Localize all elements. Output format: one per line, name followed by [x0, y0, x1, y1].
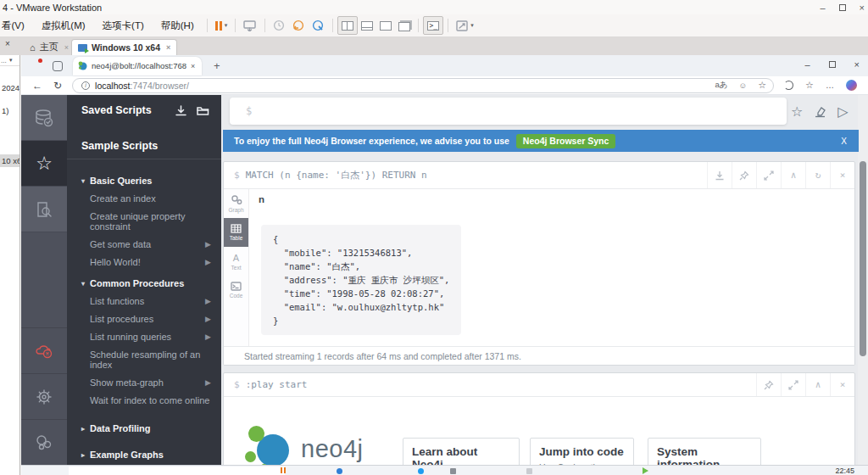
- library-item-selected[interactable]: 10 x64: [0, 154, 19, 167]
- clear-editor-icon[interactable]: [814, 105, 826, 118]
- export-scripts-icon[interactable]: [175, 105, 186, 116]
- back-button[interactable]: ←: [32, 80, 42, 92]
- run-query-icon[interactable]: ▷: [837, 103, 848, 120]
- site-info-icon[interactable]: i: [81, 81, 90, 90]
- more-options-icon[interactable]: …: [826, 81, 834, 90]
- run-script-icon[interactable]: ▶: [205, 315, 211, 323]
- scrollbar-thumb[interactable]: [860, 161, 866, 356]
- profile-avatar[interactable]: [29, 59, 42, 73]
- script-item[interactable]: Get some data▶: [67, 235, 221, 253]
- browser-minimize-button[interactable]: –: [804, 59, 810, 70]
- section-common-procedures[interactable]: ▾ Common Procedures: [67, 271, 221, 292]
- vmware-restore-button[interactable]: [839, 4, 846, 11]
- tab-windows-10-x64[interactable]: Windows 10 x64 ×: [71, 39, 177, 55]
- browser-restore-button[interactable]: [829, 61, 836, 68]
- browser-close-button[interactable]: ×: [854, 59, 860, 70]
- show-thumbnail-bar-button[interactable]: [358, 16, 376, 35]
- menu-tabs[interactable]: 选项卡(T): [94, 20, 153, 32]
- feedback-icon[interactable]: ☺: [738, 81, 747, 90]
- section-basic-queries[interactable]: ▾ Basic Queries: [67, 168, 221, 189]
- script-item[interactable]: Create unique property constraint: [67, 207, 221, 235]
- tab-actions-icon[interactable]: [53, 61, 63, 71]
- script-item[interactable]: Wait for index to come online: [67, 391, 221, 409]
- vmware-close-button[interactable]: ×: [860, 3, 865, 13]
- browser-sync-button[interactable]: Neo4j Browser Sync: [516, 134, 616, 148]
- view-tab-graph[interactable]: Graph: [224, 189, 248, 218]
- close-frame-icon[interactable]: ×: [830, 162, 854, 188]
- favorite-star-icon[interactable]: ☆: [758, 80, 766, 91]
- expand-frame-icon[interactable]: [756, 162, 781, 188]
- script-item[interactable]: Hello World!▶: [67, 253, 221, 271]
- rail-settings-button[interactable]: [21, 373, 67, 419]
- rerun-frame-icon[interactable]: ↻: [805, 162, 830, 188]
- menu-vm[interactable]: 虚拟机(M): [33, 20, 94, 32]
- expand-frame-icon[interactable]: [781, 373, 805, 396]
- taskbar-edge-icon[interactable]: [337, 468, 342, 474]
- rail-database-button[interactable]: [21, 95, 67, 141]
- taskbar-window-button[interactable]: [69, 467, 285, 475]
- taskbar-vmware-icon[interactable]: [281, 467, 286, 473]
- manage-snapshots-button[interactable]: [309, 16, 328, 35]
- browser-essentials-icon[interactable]: [784, 81, 793, 90]
- script-item[interactable]: Create an index: [67, 189, 221, 207]
- view-tab-code[interactable]: Code: [224, 276, 248, 305]
- run-script-icon[interactable]: ▶: [205, 258, 211, 266]
- taskbar-green-icon[interactable]: [643, 467, 648, 474]
- taskbar-app-icon[interactable]: [526, 468, 532, 474]
- taskbar-app-icon[interactable]: [418, 468, 424, 474]
- result-frame-header[interactable]: $ MATCH (n {name: '白杰'}) RETURN n ∧ ↻ ×: [224, 162, 854, 189]
- download-result-icon[interactable]: [707, 162, 732, 188]
- revert-snapshot-button[interactable]: [289, 16, 309, 35]
- banner-close-button[interactable]: X: [841, 137, 847, 146]
- reload-button[interactable]: ↻: [53, 80, 62, 92]
- browser-tab-close-icon[interactable]: ×: [191, 62, 195, 70]
- favorite-query-icon[interactable]: ☆: [791, 103, 803, 120]
- cypher-editor[interactable]: $: [230, 98, 787, 125]
- node-properties-json[interactable]: { "mobile": "13215346813", "name": "白杰",…: [261, 225, 461, 335]
- card-learn-about-neo4j[interactable]: Learn about Neo4j A graph epiphany await…: [403, 438, 520, 465]
- vmware-minimize-button[interactable]: –: [820, 3, 825, 13]
- card-jump-into-code[interactable]: Jump into code Use Cypher, the graph que…: [530, 438, 634, 465]
- folder-icon[interactable]: [197, 105, 209, 115]
- new-tab-button[interactable]: +: [214, 59, 220, 72]
- rail-about-button[interactable]: [21, 419, 67, 465]
- rail-documents-button[interactable]: [21, 187, 67, 232]
- script-item[interactable]: Show meta-graph▶: [67, 373, 221, 391]
- fullscreen-button[interactable]: [376, 16, 395, 35]
- page-scrollbar[interactable]: [858, 95, 868, 465]
- menu-view[interactable]: 看(V): [0, 20, 33, 32]
- library-filter[interactable]: ... ▼: [0, 55, 19, 66]
- pin-frame-icon[interactable]: [732, 162, 756, 188]
- translate-icon[interactable]: aあ: [715, 80, 727, 91]
- run-script-icon[interactable]: ▶: [205, 240, 211, 249]
- suspend-vm-button[interactable]: ▾: [212, 16, 231, 35]
- library-close-button[interactable]: ×: [5, 39, 10, 48]
- send-ctrl-alt-del-button[interactable]: [240, 16, 260, 35]
- fit-guest-button[interactable]: ▾: [453, 16, 477, 35]
- copilot-icon[interactable]: [846, 80, 857, 91]
- library-item[interactable]: 2024.3: [0, 81, 19, 94]
- menu-help[interactable]: 帮助(H): [153, 20, 203, 32]
- address-bar[interactable]: i localhost :7474/browser/ aあ ☺ ☆: [72, 78, 774, 93]
- tab-home-close-icon[interactable]: ×: [64, 43, 69, 52]
- collapse-frame-icon[interactable]: ∧: [781, 162, 805, 188]
- library-item[interactable]: 1): [0, 104, 19, 117]
- take-snapshot-button[interactable]: [270, 16, 289, 35]
- tab-vm-close-icon[interactable]: ×: [166, 43, 170, 52]
- script-item[interactable]: List functions▶: [67, 292, 221, 310]
- console-view-button[interactable]: >_: [423, 16, 443, 35]
- collapse-frame-icon[interactable]: ∧: [805, 373, 830, 396]
- rail-favorites-button[interactable]: ☆: [21, 141, 67, 187]
- script-item[interactable]: List procedures▶: [67, 310, 221, 327]
- run-script-icon[interactable]: ▶: [205, 378, 211, 387]
- script-item[interactable]: List running queries▶: [67, 327, 221, 345]
- collections-icon[interactable]: ☆: [805, 80, 814, 91]
- show-library-button[interactable]: [337, 16, 358, 35]
- pin-frame-icon[interactable]: [756, 373, 781, 396]
- taskbar-explorer-icon[interactable]: [450, 468, 456, 474]
- close-frame-icon[interactable]: ×: [830, 373, 854, 396]
- tab-home[interactable]: ⌂ 主页 ×: [24, 39, 75, 55]
- section-data-profiling[interactable]: ▸ Data Profiling: [67, 416, 221, 437]
- unity-mode-button[interactable]: [395, 16, 414, 35]
- view-tab-table[interactable]: Table: [224, 218, 248, 247]
